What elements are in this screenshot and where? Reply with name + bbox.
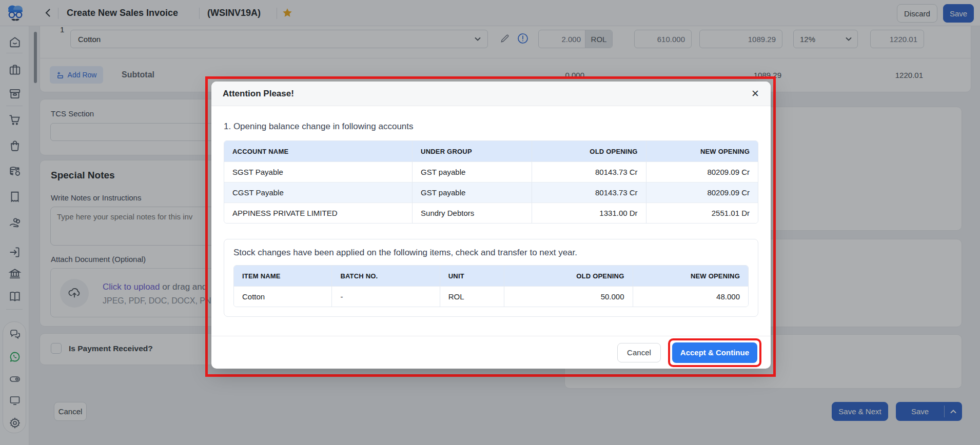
stock-changes-box: Stock changes have been applied on the f… [224,239,758,317]
col-old-opening: OLD OPENING [504,266,633,286]
attention-modal: Attention Please! ✕ 1. Opening balance c… [211,82,771,369]
modal-body: 1. Opening balance change in following a… [211,106,771,336]
cell: GST payable [412,182,532,203]
accounts-header-row: ACCOUNT NAME UNDER GROUP OLD OPENING NEW… [224,141,758,161]
close-icon[interactable]: ✕ [751,88,759,99]
cell: APPINESS PRIVATE LIMITED [224,203,412,223]
cell: CGST Payable [224,182,412,203]
cell: SGST Payable [224,161,412,182]
table-row: APPINESS PRIVATE LIMITED Sundry Debtors … [224,203,758,223]
cell: 48.000 [633,286,748,307]
col-unit: UNIT [440,266,504,286]
cell: ROL [440,286,504,307]
col-batch-no: BATCH NO. [331,266,439,286]
accept-highlight-red-border: Accept & Continue [668,338,761,367]
accept-continue-label: Accept & Continue [680,348,749,357]
modal-cancel-label: Cancel [627,348,651,357]
accept-continue-button[interactable]: Accept & Continue [672,342,757,363]
col-new-opening: NEW OPENING [646,141,758,161]
cell: 80143.73 Cr [532,182,646,203]
table-row: CGST Payable GST payable 80143.73 Cr 802… [224,182,758,203]
stock-changes-text: Stock changes have been applied on the f… [233,248,749,258]
cell: Sundry Debtors [412,203,532,223]
cell: GST payable [412,161,532,182]
col-account-name: ACCOUNT NAME [224,141,412,161]
cell: 80143.73 Cr [532,161,646,182]
modal-footer: Cancel Accept & Continue [211,336,771,369]
cell: 1331.00 Dr [532,203,646,223]
cell: - [331,286,439,307]
col-under-group: UNDER GROUP [412,141,532,161]
table-row: Cotton - ROL 50.000 48.000 [234,286,748,307]
table-row: SGST Payable GST payable 80143.73 Cr 802… [224,161,758,182]
col-item-name: ITEM NAME [234,266,331,286]
modal-section1-title: 1. Opening balance change in following a… [224,122,758,132]
modal-cancel-button[interactable]: Cancel [617,343,661,362]
cell: 80209.09 Cr [646,182,758,203]
cell: 80209.09 Cr [646,161,758,182]
cell: 50.000 [504,286,633,307]
stock-header-row: ITEM NAME BATCH NO. UNIT OLD OPENING NEW… [234,266,748,286]
stock-table: ITEM NAME BATCH NO. UNIT OLD OPENING NEW… [233,265,749,307]
modal-header: Attention Please! ✕ [211,82,771,106]
modal-title: Attention Please! [223,89,294,99]
col-old-opening: OLD OPENING [532,141,646,161]
cell: Cotton [234,286,331,307]
col-new-opening: NEW OPENING [633,266,748,286]
cell: 2551.01 Dr [646,203,758,223]
accounts-table: ACCOUNT NAME UNDER GROUP OLD OPENING NEW… [224,140,758,224]
